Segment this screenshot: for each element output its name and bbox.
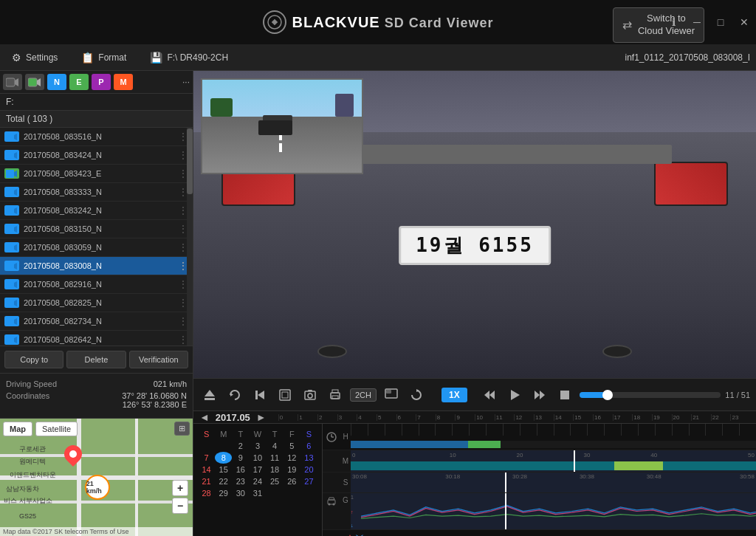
filter-manual-button[interactable]: M bbox=[114, 74, 133, 90]
zoom-out-button[interactable]: − bbox=[172, 498, 188, 514]
cal-day[interactable]: 25 bbox=[267, 475, 284, 487]
cam1-filter[interactable] bbox=[3, 74, 22, 90]
list-item[interactable]: 20170508_083423_E ⋮ bbox=[0, 165, 193, 183]
cal-day[interactable]: 9 bbox=[232, 452, 249, 464]
progress-bar[interactable] bbox=[580, 392, 721, 398]
cal-day[interactable]: 6 bbox=[300, 440, 317, 452]
minute-track[interactable]: 0 10 20 30 40 50 bbox=[351, 450, 756, 472]
cal-day[interactable]: 2 bbox=[232, 440, 249, 452]
cal-day[interactable] bbox=[267, 487, 284, 499]
cal-day[interactable]: 17 bbox=[249, 464, 266, 475]
calendar-week3: 14 15 16 17 18 19 20 bbox=[198, 464, 317, 475]
print-button[interactable] bbox=[325, 385, 346, 405]
hour-track[interactable] bbox=[351, 424, 756, 450]
loop-button[interactable] bbox=[406, 385, 427, 405]
cal-day[interactable]: 10 bbox=[249, 452, 266, 464]
maximize-button[interactable]: □ bbox=[709, 7, 732, 37]
more-options-button[interactable]: ··· bbox=[182, 77, 190, 87]
cal-day[interactable]: 20 bbox=[300, 464, 317, 475]
cal-day[interactable]: 23 bbox=[232, 475, 249, 487]
cal-day[interactable]: 24 bbox=[249, 475, 266, 487]
cal-day[interactable]: 30 bbox=[232, 487, 249, 499]
verification-button[interactable]: Verification bbox=[129, 351, 188, 368]
list-item-selected[interactable]: 20170508_083008_N ⋮ bbox=[0, 257, 193, 275]
speed-button[interactable]: 1X bbox=[441, 388, 467, 402]
cal-day[interactable]: 19 bbox=[284, 464, 300, 475]
list-item[interactable]: 20170508_083333_N ⋮ bbox=[0, 183, 193, 202]
copy-to-button[interactable]: Copy to bbox=[4, 351, 63, 368]
drive-icon: 💾 bbox=[150, 52, 162, 63]
cal-day[interactable]: 12 bbox=[284, 452, 300, 464]
cal-day[interactable]: 21 bbox=[198, 475, 215, 487]
filter-parking-button[interactable]: P bbox=[92, 74, 111, 90]
cam2-filter[interactable] bbox=[25, 74, 44, 90]
cal-day[interactable] bbox=[215, 440, 232, 452]
cal-day[interactable] bbox=[198, 440, 215, 452]
delete-button[interactable]: Delete bbox=[66, 351, 126, 368]
cal-day[interactable]: 26 bbox=[284, 475, 300, 487]
drive-menu[interactable]: 💾 F:\ DR490-2CH bbox=[144, 49, 234, 66]
rotate-button[interactable] bbox=[224, 385, 245, 405]
month-label: 2017.05 bbox=[216, 412, 250, 423]
cal-day[interactable]: 11 bbox=[267, 452, 284, 464]
prev-month-button[interactable]: ◄ bbox=[199, 411, 210, 423]
minimize-button[interactable]: ─ bbox=[685, 7, 709, 37]
graph-track[interactable]: 1 ↑ ↓ bbox=[351, 493, 756, 529]
list-item[interactable]: 20170508_082825_N ⋮ bbox=[0, 294, 193, 312]
drive-label-menu: F:\ DR490-2CH bbox=[167, 52, 228, 63]
list-item[interactable]: 20170508_083150_N ⋮ bbox=[0, 220, 193, 238]
list-item[interactable]: 20170508_082642_N ⋮ bbox=[0, 331, 193, 346]
cal-day[interactable]: 16 bbox=[232, 464, 249, 475]
settings-icon: ⚙ bbox=[12, 52, 21, 63]
filter-normal-button[interactable]: N bbox=[47, 74, 66, 90]
cal-day[interactable]: 7 bbox=[198, 452, 215, 464]
cal-day[interactable]: 22 bbox=[215, 475, 232, 487]
list-item[interactable]: 20170508_083424_N ⋮ bbox=[0, 146, 193, 165]
map-zoom-controls: + − bbox=[172, 480, 188, 514]
cal-day[interactable]: 27 bbox=[300, 475, 317, 487]
format-menu[interactable]: 📋 Format bbox=[75, 49, 132, 66]
list-item[interactable]: 20170508_082734_N ⋮ bbox=[0, 312, 193, 331]
satellite-tab[interactable]: Satellite bbox=[35, 422, 78, 436]
cal-day[interactable] bbox=[300, 487, 317, 499]
fullscreen-button[interactable] bbox=[275, 385, 295, 405]
screenshot-button[interactable] bbox=[300, 385, 320, 405]
cal-day[interactable]: 4 bbox=[267, 440, 284, 452]
cal-day[interactable] bbox=[284, 487, 300, 499]
stop-button[interactable] bbox=[554, 385, 575, 405]
map-copy-button[interactable]: ⊞ bbox=[174, 422, 190, 436]
prev-button[interactable] bbox=[250, 385, 270, 405]
play-button[interactable] bbox=[504, 385, 525, 405]
cal-day[interactable]: 18 bbox=[267, 464, 284, 475]
list-item[interactable]: 20170508_082916_N ⋮ bbox=[0, 275, 193, 294]
cal-day[interactable]: 3 bbox=[249, 440, 266, 452]
settings-menu[interactable]: ⚙ Settings bbox=[6, 49, 63, 66]
zoom-in-button[interactable]: + bbox=[172, 480, 188, 496]
cal-day-today[interactable]: 8 bbox=[215, 452, 232, 464]
app-title: BLACKVUE SD Card Viewer bbox=[292, 14, 494, 31]
cal-day[interactable]: 28 bbox=[198, 487, 215, 499]
cal-day[interactable]: 5 bbox=[284, 440, 300, 452]
speed-value: 021 km/h bbox=[154, 379, 187, 388]
list-item[interactable]: 20170508_083242_N ⋮ bbox=[0, 202, 193, 220]
cal-day[interactable]: 15 bbox=[215, 464, 232, 475]
info-button[interactable]: ℹ bbox=[662, 7, 685, 37]
cal-day[interactable]: 13 bbox=[300, 452, 317, 464]
progress-handle[interactable] bbox=[602, 390, 613, 400]
fastforward-button[interactable] bbox=[529, 385, 550, 405]
channel-button[interactable]: 2CH bbox=[350, 388, 377, 402]
list-item[interactable]: 20170508_083059_N ⋮ bbox=[0, 238, 193, 257]
list-item[interactable]: 20170508_083516_N ⋮ bbox=[0, 128, 193, 146]
cal-day[interactable]: 31 bbox=[249, 487, 266, 499]
rewind-button[interactable] bbox=[479, 385, 500, 405]
map-tab[interactable]: Map bbox=[3, 422, 32, 436]
pip-button[interactable] bbox=[381, 385, 402, 405]
eject-button[interactable] bbox=[199, 385, 220, 405]
map-panel: 구로세관 원메디텍 이앤드벤처타운 삼남자동차 비스 서부사업소 GS25 21… bbox=[0, 418, 193, 536]
next-month-button[interactable]: ► bbox=[256, 411, 267, 423]
filter-event-button[interactable]: E bbox=[69, 74, 89, 90]
cal-day[interactable]: 14 bbox=[198, 464, 215, 475]
cal-day[interactable]: 29 bbox=[215, 487, 232, 499]
second-track[interactable]: 30:08 30:18 30:28 30:38 30:48 30:58 bbox=[351, 473, 756, 492]
close-button[interactable]: ✕ bbox=[732, 7, 756, 37]
